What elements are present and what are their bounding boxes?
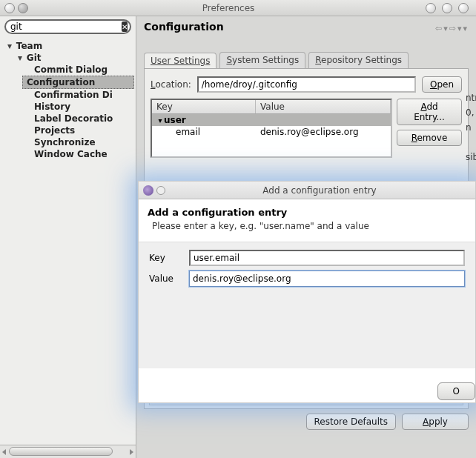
dialog-heading: Add a configuration entry — [148, 207, 466, 218]
tab[interactable]: Repository Settings — [308, 52, 409, 68]
tree-node-team[interactable]: ▾ Team — [1, 40, 134, 52]
scrollbar-thumb[interactable] — [9, 447, 113, 456]
table-row[interactable]: email denis.roy@eclipse.org — [152, 126, 391, 138]
tab[interactable]: System Settings — [219, 52, 305, 68]
column-header-value[interactable]: Value — [256, 100, 391, 113]
tab[interactable]: User Settings — [144, 53, 216, 69]
tree-node[interactable]: Projects — [22, 125, 134, 136]
window-title: Preferences — [31, 3, 426, 13]
config-table[interactable]: Key Value ▾user email denis.roy@eclipse.… — [151, 99, 392, 158]
column-header-key[interactable]: Key — [152, 100, 256, 113]
page-title: Configuration — [144, 21, 469, 33]
tree-node-git[interactable]: ▾ Git — [12, 52, 134, 64]
back-icon[interactable]: ⇦ — [435, 24, 442, 33]
window-close[interactable] — [458, 3, 469, 13]
ok-button[interactable]: O — [437, 382, 475, 400]
tree-node[interactable]: Synchronize — [22, 136, 134, 148]
value-label: Value — [149, 273, 182, 284]
chevron-down-icon[interactable]: ▾ — [16, 53, 24, 63]
remove-button[interactable]: Remove — [397, 130, 462, 146]
dialog-subtext: Please enter a key, e.g. "user.name" and… — [148, 221, 466, 231]
dialog-title: Add a configuration entry — [168, 185, 471, 196]
forward-icon[interactable]: ⇨ — [449, 24, 456, 33]
tree-node[interactable]: Commit Dialog — [22, 64, 134, 76]
restore-defaults-button[interactable]: Restore Defaults — [306, 414, 396, 430]
open-button[interactable]: Open — [422, 76, 462, 93]
table-row[interactable]: ▾user — [152, 114, 391, 126]
window-maximize[interactable] — [442, 3, 452, 13]
add-entry-dialog: Add a configuration entry Add a configur… — [138, 181, 476, 403]
eclipse-icon — [143, 185, 153, 196]
key-input[interactable] — [189, 250, 465, 266]
tabs: User SettingsSystem SettingsRepository S… — [144, 52, 469, 68]
add-entry-button[interactable]: Add Entry... — [397, 99, 462, 125]
location-label: Location: — [151, 79, 191, 90]
tree-node[interactable]: Window Cache — [22, 148, 134, 160]
tree-node[interactable]: Confirmation Di — [22, 89, 134, 101]
search-input[interactable] — [10, 21, 122, 32]
dialog-titlebar: Add a configuration entry — [139, 182, 475, 199]
window-button[interactable] — [4, 3, 15, 13]
filter-search[interactable]: ✕ — [4, 19, 131, 34]
chevron-down-icon[interactable]: ▾ — [156, 116, 164, 125]
window-button[interactable] — [18, 3, 28, 13]
value-input[interactable] — [189, 271, 465, 287]
key-label: Key — [149, 253, 182, 263]
preferences-sidebar: ✕ ▾ Team ▾ Git Commit DialogConfiguratio… — [0, 16, 136, 458]
window-titlebar: Preferences — [0, 0, 476, 16]
preferences-tree[interactable]: ▾ Team ▾ Git Commit DialogConfigurationC… — [0, 37, 136, 445]
tree-node[interactable]: History — [22, 101, 134, 113]
nav-history: ⇦▾ ⇨▾ ▾ — [435, 24, 467, 33]
clear-search-icon[interactable]: ✕ — [122, 21, 128, 32]
horizontal-scrollbar[interactable] — [0, 445, 136, 458]
location-input[interactable] — [197, 76, 416, 93]
apply-button[interactable]: Apply — [402, 414, 469, 430]
dialog-button[interactable] — [156, 186, 165, 195]
tree-node[interactable]: Configuration — [22, 76, 134, 89]
tree-node[interactable]: Label Decoratio — [22, 113, 134, 125]
chevron-down-icon[interactable]: ▾ — [6, 41, 13, 51]
window-minimize[interactable] — [426, 3, 436, 13]
